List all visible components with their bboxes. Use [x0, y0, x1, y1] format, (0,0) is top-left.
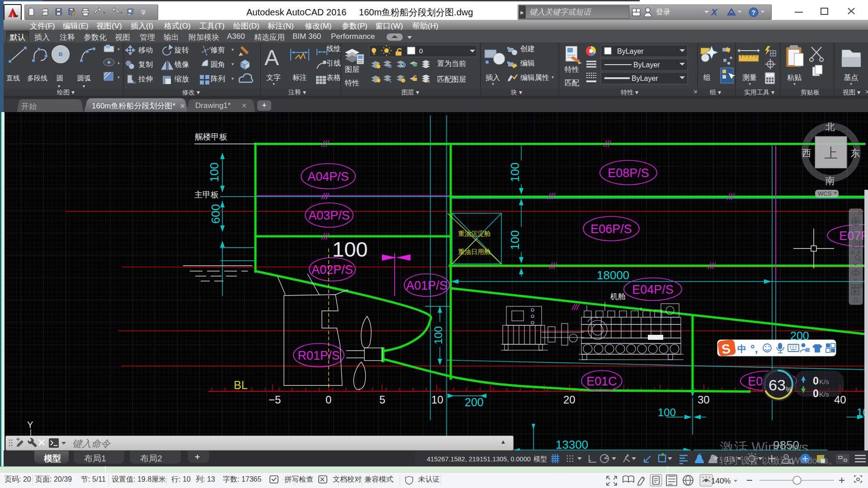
svg-text:0: 0	[326, 394, 331, 406]
svg-text:K/s: K/s	[819, 378, 829, 385]
svg-text:−5: −5	[269, 394, 281, 406]
svg-text:E08P/S: E08P/S	[608, 166, 649, 180]
svg-text:▾: ▾	[58, 84, 60, 89]
svg-text:BL: BL	[234, 379, 248, 391]
svg-text:ByLayer: ByLayer	[633, 61, 660, 69]
svg-text:E01C: E01C	[586, 375, 617, 388]
svg-text:多段线: 多段线	[27, 74, 47, 82]
svg-text:100: 100	[508, 163, 522, 182]
svg-text:▾: ▾	[336, 48, 338, 53]
svg-text:重油沉淀舱: 重油沉淀舱	[458, 230, 491, 237]
svg-text:艉楼甲板: 艉楼甲板	[195, 132, 227, 141]
svg-text:R01P/S: R01P/S	[297, 349, 340, 362]
svg-text:600: 600	[209, 204, 222, 224]
svg-text:北: 北	[826, 122, 835, 132]
svg-text:10: 10	[431, 394, 443, 406]
svg-text:K/s: K/s	[819, 390, 829, 398]
svg-text:0: 0	[813, 375, 819, 387]
svg-text:100: 100	[432, 326, 444, 344]
svg-text:X: X	[711, 7, 718, 17]
svg-text:圆: 圆	[57, 74, 63, 82]
svg-text:上: 上	[824, 145, 838, 160]
svg-text:重油日用舱: 重油日用舱	[458, 248, 491, 255]
svg-text:南: 南	[826, 175, 835, 186]
svg-text:A: A	[264, 46, 279, 70]
svg-text:A02P/S: A02P/S	[311, 263, 353, 277]
svg-text:30: 30	[698, 394, 710, 406]
svg-text:WCS: WCS	[818, 190, 832, 197]
svg-text:20: 20	[563, 394, 576, 406]
svg-text:▾: ▾	[118, 61, 120, 66]
svg-text:200: 200	[465, 396, 484, 408]
svg-text:0: 0	[419, 47, 423, 55]
svg-text:13300: 13300	[556, 438, 588, 451]
svg-text:E04P/S: E04P/S	[632, 283, 674, 296]
svg-text:E06P/S: E06P/S	[590, 222, 632, 236]
svg-text:A03P/S: A03P/S	[308, 209, 350, 222]
svg-text:100: 100	[332, 237, 368, 261]
svg-text:A01P/S: A01P/S	[406, 279, 448, 292]
svg-text:圆弧: 圆弧	[77, 74, 91, 82]
svg-text:机舱: 机舱	[610, 292, 626, 301]
svg-text:100: 100	[508, 230, 522, 250]
svg-text:▾: ▾	[336, 63, 338, 68]
svg-text:▾: ▾	[118, 75, 120, 80]
svg-text:东: 东	[851, 148, 860, 158]
svg-text:ByLayer: ByLayer	[632, 75, 658, 82]
svg-text:100: 100	[208, 163, 221, 182]
svg-text:登录: 登录	[656, 8, 670, 16]
svg-text:▾: ▾	[118, 47, 120, 52]
svg-text:▾: ▾	[83, 84, 85, 89]
svg-text:直线: 直线	[6, 74, 20, 82]
svg-text:?: ?	[751, 9, 755, 16]
svg-text:中: 中	[737, 344, 746, 354]
svg-text:63: 63	[769, 376, 786, 394]
svg-text:西: 西	[802, 148, 811, 158]
svg-text:100: 100	[658, 406, 676, 418]
svg-text:0: 0	[813, 388, 819, 399]
svg-text:5: 5	[379, 394, 385, 406]
svg-text:ByLayer: ByLayer	[617, 47, 644, 55]
svg-text:A04P/S: A04P/S	[307, 170, 349, 183]
svg-text:Y: Y	[27, 420, 33, 430]
svg-text:°,: °,	[750, 343, 758, 355]
svg-text:主甲板: 主甲板	[194, 190, 219, 199]
svg-text:140%: 140%	[711, 477, 731, 485]
svg-text:%: %	[786, 386, 792, 394]
svg-text:18000: 18000	[597, 268, 629, 282]
